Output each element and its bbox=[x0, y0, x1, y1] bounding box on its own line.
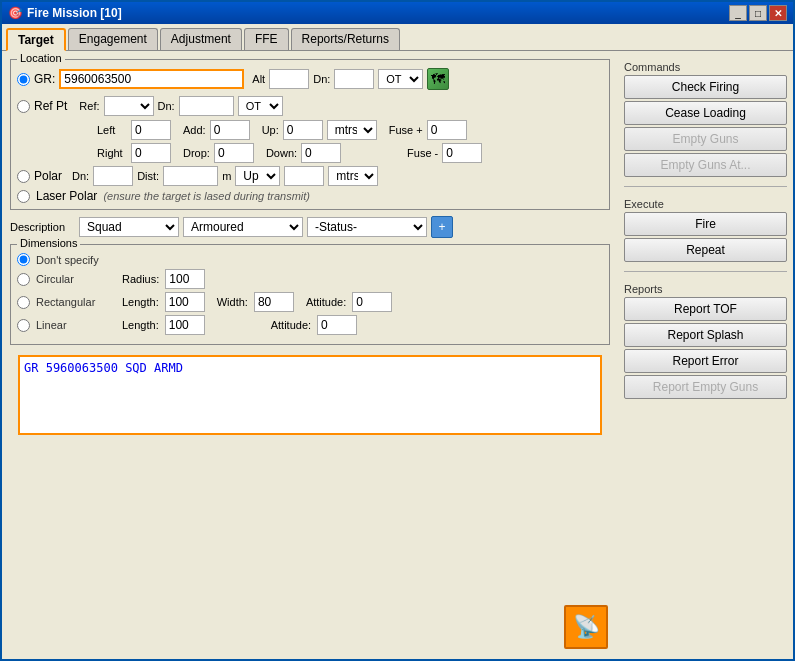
alt-input[interactable] bbox=[269, 69, 309, 89]
mtrs-select-1[interactable]: mtrs m bbox=[327, 120, 377, 140]
report-error-button[interactable]: Report Error bbox=[624, 349, 787, 373]
status-select[interactable]: -Status- Moving Stationary bbox=[307, 217, 427, 237]
attitude-rect-label: Attitude: bbox=[306, 296, 346, 308]
type-select[interactable]: Squad Platoon Company bbox=[79, 217, 179, 237]
description-section: Description Squad Platoon Company Armour… bbox=[10, 216, 610, 238]
reports-header: Reports bbox=[624, 283, 787, 295]
right-label: Right bbox=[97, 147, 127, 159]
up-input[interactable] bbox=[283, 120, 323, 140]
tab-ffe[interactable]: FFE bbox=[244, 28, 289, 50]
tab-target[interactable]: Target bbox=[6, 28, 66, 51]
laser-polar-row: Laser Polar (ensure the target is lased … bbox=[17, 189, 603, 203]
output-text-area: GR 5960063500 SQD ARMD bbox=[18, 355, 602, 435]
linear-radio[interactable] bbox=[17, 319, 30, 332]
check-firing-button[interactable]: Check Firing bbox=[624, 75, 787, 99]
width-input[interactable] bbox=[254, 292, 294, 312]
grid-label: GR: bbox=[34, 72, 55, 86]
window-title: Fire Mission [10] bbox=[27, 6, 122, 20]
attitude-linear-label: Attitude: bbox=[271, 319, 311, 331]
execute-section: Execute Fire Repeat bbox=[624, 194, 787, 264]
length-rect-label: Length: bbox=[122, 296, 159, 308]
attitude-linear-input[interactable] bbox=[317, 315, 357, 335]
radius-input[interactable] bbox=[165, 269, 205, 289]
subtype-select[interactable]: Armoured Infantry Artillery bbox=[183, 217, 303, 237]
reports-section: Reports Report TOF Report Splash Report … bbox=[624, 279, 787, 401]
commands-section: Commands Check Firing Cease Loading Empt… bbox=[624, 57, 787, 179]
fuse-minus-label: Fuse - bbox=[407, 147, 438, 159]
cease-loading-button[interactable]: Cease Loading bbox=[624, 101, 787, 125]
length-rect-input[interactable] bbox=[165, 292, 205, 312]
empty-guns-at-button[interactable]: Empty Guns At... bbox=[624, 153, 787, 177]
grid-row: GR: Alt Dn: OT CP OP 🗺 bbox=[17, 68, 603, 90]
length-linear-input[interactable] bbox=[165, 315, 205, 335]
fuse-plus-label: Fuse + bbox=[389, 124, 423, 136]
tab-engagement[interactable]: Engagement bbox=[68, 28, 158, 50]
polar-row: Polar Dn: Dist: m Up Down mtrs m bbox=[17, 166, 603, 186]
linear-row: Linear Length: Attitude: bbox=[17, 315, 603, 335]
window-icon: 🎯 bbox=[8, 6, 23, 20]
circular-row: Circular Radius: bbox=[17, 269, 603, 289]
fuse-plus-input[interactable] bbox=[427, 120, 467, 140]
transmit-button[interactable]: 📡 bbox=[564, 605, 608, 649]
offset-row-2: Right Drop: Down: Fuse - bbox=[97, 143, 603, 163]
length-linear-label: Length: bbox=[122, 319, 159, 331]
repeat-button[interactable]: Repeat bbox=[624, 238, 787, 262]
execute-header: Execute bbox=[624, 198, 787, 210]
fuse-minus-input[interactable] bbox=[442, 143, 482, 163]
drop-input[interactable] bbox=[214, 143, 254, 163]
close-button[interactable]: ✕ bbox=[769, 5, 787, 21]
add-description-button[interactable]: + bbox=[431, 216, 453, 238]
down-input[interactable] bbox=[301, 143, 341, 163]
map-button[interactable]: 🗺 bbox=[427, 68, 449, 90]
attitude-rect-input[interactable] bbox=[352, 292, 392, 312]
width-label: Width: bbox=[217, 296, 248, 308]
ref-label: Ref: bbox=[79, 100, 99, 112]
polar-dn-input[interactable] bbox=[93, 166, 133, 186]
report-splash-button[interactable]: Report Splash bbox=[624, 323, 787, 347]
add-label: Add: bbox=[183, 124, 206, 136]
ref-select[interactable] bbox=[104, 96, 154, 116]
empty-guns-button[interactable]: Empty Guns bbox=[624, 127, 787, 151]
content-area: Location GR: Alt Dn: OT CP OP bbox=[2, 51, 793, 654]
polar-mtrs-select[interactable]: mtrs m bbox=[328, 166, 378, 186]
minimize-button[interactable]: _ bbox=[729, 5, 747, 21]
radius-label: Radius: bbox=[122, 273, 159, 285]
polar-up-select[interactable]: Up Down bbox=[235, 166, 280, 186]
ref-dn-input[interactable] bbox=[179, 96, 234, 116]
description-row: Description Squad Platoon Company Armour… bbox=[10, 216, 610, 238]
add-input[interactable] bbox=[210, 120, 250, 140]
rectangular-label: Rectangular bbox=[36, 296, 116, 308]
grid-input[interactable] bbox=[59, 69, 244, 89]
right-panel: Commands Check Firing Cease Loading Empt… bbox=[618, 51, 793, 654]
drop-label: Drop: bbox=[183, 147, 210, 159]
polar-label: Polar bbox=[34, 169, 62, 183]
dont-specify-radio[interactable] bbox=[17, 253, 30, 266]
tab-adjustment[interactable]: Adjustment bbox=[160, 28, 242, 50]
grid-radio[interactable] bbox=[17, 73, 30, 86]
polar-radio[interactable] bbox=[17, 170, 30, 183]
polar-dn-label: Dn: bbox=[72, 170, 89, 182]
ref-pt-label: Ref Pt bbox=[34, 99, 67, 113]
transmit-icon: 📡 bbox=[573, 614, 600, 640]
rectangular-radio[interactable] bbox=[17, 296, 30, 309]
polar-val-input[interactable] bbox=[284, 166, 324, 186]
map-icon: 🗺 bbox=[431, 71, 445, 87]
tab-reports-returns[interactable]: Reports/Returns bbox=[291, 28, 400, 50]
right-input[interactable] bbox=[131, 143, 171, 163]
fire-button[interactable]: Fire bbox=[624, 212, 787, 236]
left-input[interactable] bbox=[131, 120, 171, 140]
ref-dn-label: Dn: bbox=[158, 100, 175, 112]
laser-polar-radio[interactable] bbox=[17, 190, 30, 203]
description-label: Description bbox=[10, 221, 75, 233]
report-empty-guns-button[interactable]: Report Empty Guns bbox=[624, 375, 787, 399]
polar-dist-input[interactable] bbox=[163, 166, 218, 186]
maximize-button[interactable]: □ bbox=[749, 5, 767, 21]
dn-grid-input[interactable] bbox=[334, 69, 374, 89]
ref-pt-radio[interactable] bbox=[17, 100, 30, 113]
main-window: 🎯 Fire Mission [10] _ □ ✕ Target Engagem… bbox=[0, 0, 795, 661]
circular-radio[interactable] bbox=[17, 273, 30, 286]
ref-ot-select[interactable]: OT CP bbox=[238, 96, 283, 116]
report-tof-button[interactable]: Report TOF bbox=[624, 297, 787, 321]
laser-note: (ensure the target is lased during trans… bbox=[103, 190, 310, 202]
ot-select[interactable]: OT CP OP bbox=[378, 69, 423, 89]
